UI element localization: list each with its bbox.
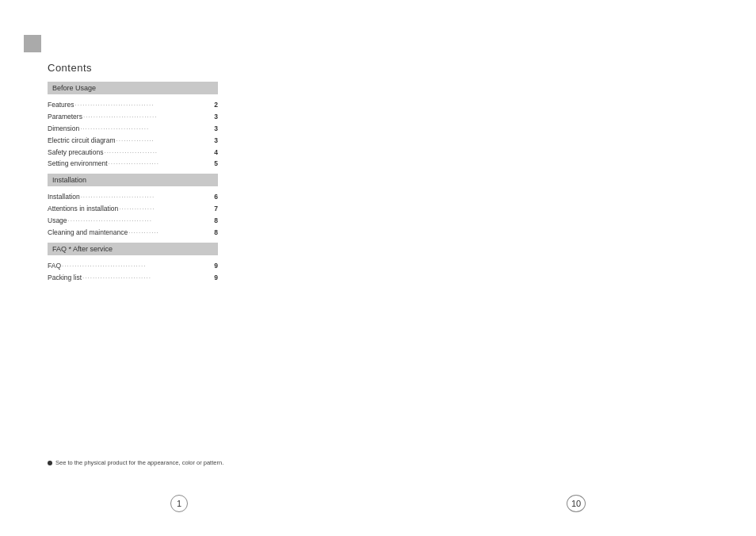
toc-page: 9 — [214, 262, 218, 271]
footnote: See to the physical product for the appe… — [48, 459, 223, 466]
section-header-1: Installation — [48, 174, 218, 186]
toc-label: Setting environment — [48, 159, 108, 169]
toc-label: Parameters — [48, 113, 82, 122]
toc-page: 8 — [214, 228, 218, 238]
toc-item-0-1: Parameters·····························3 — [48, 113, 218, 122]
page-number-right: 10 — [567, 495, 586, 512]
toc-dots: ··························· — [82, 274, 213, 282]
toc-page: 9 — [214, 274, 218, 283]
toc-label: Dimension — [48, 124, 79, 134]
toc-page: 3 — [214, 113, 218, 122]
toc-item-2-0: FAQ·································9 — [48, 262, 218, 271]
toc-dots: ·············· — [119, 205, 213, 213]
toc-dots: ··························· — [80, 124, 213, 133]
contents-title: Contents — [48, 62, 218, 74]
section-group-0: Before UsageFeatures····················… — [48, 82, 218, 169]
toc-item-0-4: Safety precautions·····················4 — [48, 148, 218, 158]
gray-square-decoration — [24, 35, 41, 52]
toc-item-0-3: Electric circuit diagram···············3 — [48, 136, 218, 146]
toc-dots: ································· — [62, 262, 213, 270]
footnote-bullet — [48, 461, 52, 465]
toc-label: Usage — [48, 216, 67, 226]
toc-dots: ································· — [68, 216, 214, 225]
toc-dots: ···················· — [109, 159, 214, 168]
toc-label: Packing list — [48, 274, 82, 283]
toc-page: 8 — [214, 216, 218, 226]
toc-item-1-1: Attentions in installation··············… — [48, 205, 218, 214]
toc-item-2-1: Packing list···························9 — [48, 274, 218, 283]
toc-sections: Before UsageFeatures····················… — [48, 82, 218, 283]
toc-page: 2 — [214, 101, 218, 110]
toc-item-1-0: Installation····························… — [48, 193, 218, 202]
page-container: Contents Before UsageFeatures···········… — [0, 0, 756, 536]
toc-item-0-5: Setting environment····················5 — [48, 159, 218, 169]
toc-label: Features — [48, 101, 74, 110]
section-group-1: InstallationInstallation················… — [48, 174, 218, 238]
section-group-2: FAQ * After serviceFAQ··················… — [48, 243, 218, 283]
toc-item-1-3: Cleaning and maintenance············8 — [48, 228, 218, 238]
toc-label: Cleaning and maintenance — [48, 228, 128, 238]
toc-dots: ····························· — [81, 193, 214, 201]
toc-dots: ····················· — [104, 148, 213, 157]
toc-item-1-2: Usage·································8 — [48, 216, 218, 226]
toc-dots: ······························· — [75, 101, 214, 109]
contents-area: Contents Before UsageFeatures···········… — [48, 62, 218, 288]
toc-dots: ····························· — [83, 113, 213, 121]
toc-label: FAQ — [48, 262, 61, 271]
toc-label: Safety precautions — [48, 148, 103, 158]
toc-page: 4 — [214, 148, 218, 158]
toc-page: 6 — [214, 193, 218, 202]
toc-item-0-2: Dimension···························3 — [48, 124, 218, 134]
toc-dots: ··············· — [116, 136, 214, 145]
toc-page: 3 — [214, 124, 218, 134]
section-header-0: Before Usage — [48, 82, 218, 94]
page-number-left: 1 — [170, 495, 188, 512]
toc-label: Electric circuit diagram — [48, 136, 116, 146]
footnote-text: See to the physical product for the appe… — [55, 459, 223, 466]
toc-dots: ············ — [128, 228, 213, 237]
toc-page: 5 — [214, 159, 218, 169]
section-header-2: FAQ * After service — [48, 243, 218, 255]
toc-label: Installation — [48, 193, 80, 202]
toc-page: 3 — [214, 136, 218, 146]
toc-page: 7 — [214, 205, 218, 214]
toc-item-0-0: Features·······························2 — [48, 101, 218, 110]
toc-label: Attentions in installation — [48, 205, 118, 214]
